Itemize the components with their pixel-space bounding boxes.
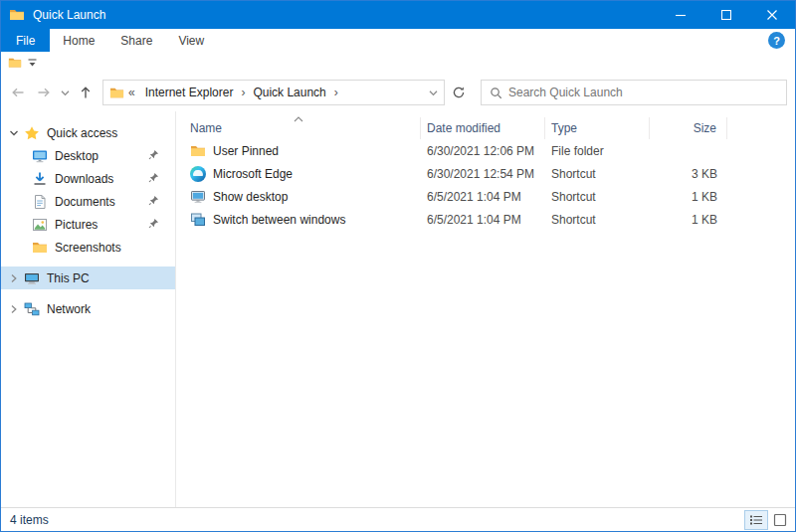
- chevron-right-icon[interactable]: [7, 272, 21, 284]
- folder-icon: [31, 240, 49, 256]
- breadcrumb-separator-icon[interactable]: ›: [239, 86, 247, 99]
- sidebar-item-this-pc[interactable]: This PC: [1, 266, 175, 289]
- sidebar-item-label: Quick access: [47, 126, 117, 140]
- recent-locations-button[interactable]: [57, 80, 73, 105]
- sidebar-item-quick-access[interactable]: Quick access: [1, 121, 175, 144]
- minimize-icon: [676, 10, 686, 20]
- column-header-name[interactable]: Name: [176, 117, 421, 139]
- chevron-right-icon[interactable]: [7, 303, 21, 315]
- explorer-window: Quick Launch File Home Share View ?: [0, 0, 796, 532]
- forward-button[interactable]: [31, 80, 57, 105]
- quick-access-toolbar: [1, 52, 795, 74]
- sidebar-item-pictures[interactable]: Pictures: [1, 213, 175, 236]
- switch-windows-icon: [190, 212, 206, 228]
- sidebar-item-label: Screenshots: [55, 241, 121, 255]
- download-icon: [31, 171, 49, 187]
- column-header-size[interactable]: Size: [650, 117, 727, 139]
- breadcrumb-item[interactable]: Internet Explorer: [139, 86, 240, 99]
- breadcrumb-item[interactable]: Quick Launch: [247, 86, 331, 99]
- edge-icon: [190, 166, 206, 182]
- window-title: Quick Launch: [33, 8, 105, 22]
- file-date: 6/5/2021 1:04 PM: [421, 190, 545, 204]
- sidebar-item-label: Desktop: [55, 149, 99, 163]
- file-name: Microsoft Edge: [213, 167, 293, 181]
- up-button[interactable]: [73, 80, 99, 105]
- folder-icon[interactable]: [8, 56, 22, 70]
- window-controls: [658, 1, 795, 29]
- file-name-cell: User Pinned: [176, 143, 421, 159]
- breadcrumb-separator-icon[interactable]: ›: [332, 86, 340, 99]
- breadcrumb-overflow-chevron[interactable]: «: [124, 86, 139, 99]
- back-icon: [10, 85, 26, 100]
- file-size: 1 KB: [650, 190, 727, 204]
- items-count: 4 items: [10, 513, 49, 527]
- maximize-button[interactable]: [703, 1, 749, 29]
- content-area: Quick access Desktop Downloads: [1, 111, 795, 507]
- chevron-down-icon: [428, 88, 439, 98]
- pin-icon: [148, 149, 159, 163]
- tab-view[interactable]: View: [165, 29, 217, 52]
- titlebar: Quick Launch: [1, 1, 795, 29]
- qat-customize-icon[interactable]: [27, 58, 38, 69]
- column-label: Date modified: [427, 121, 500, 135]
- forward-icon: [36, 85, 52, 100]
- tab-share[interactable]: Share: [107, 29, 165, 52]
- address-history-button[interactable]: [422, 81, 444, 104]
- file-name-cell: Switch between windows: [176, 212, 421, 228]
- sidebar-item-desktop[interactable]: Desktop: [1, 144, 175, 167]
- status-bar: 4 items: [1, 507, 795, 531]
- column-label: Type: [551, 121, 577, 135]
- star-icon: [23, 125, 41, 141]
- file-date: 6/30/2021 12:06 PM: [421, 144, 545, 158]
- close-button[interactable]: [749, 1, 795, 29]
- column-label: Name: [190, 121, 222, 135]
- file-type: File folder: [545, 144, 650, 158]
- file-date: 6/30/2021 12:54 PM: [421, 167, 545, 181]
- large-icons-view-button[interactable]: [768, 510, 792, 530]
- file-row-user-pinned[interactable]: User Pinned 6/30/2021 12:06 PM File fold…: [176, 139, 795, 162]
- help-icon[interactable]: ?: [768, 32, 785, 49]
- file-name-cell: Show desktop: [176, 189, 421, 205]
- file-row-microsoft-edge[interactable]: Microsoft Edge 6/30/2021 12:54 PM Shortc…: [176, 162, 795, 185]
- back-button[interactable]: [5, 80, 31, 105]
- desktop-icon: [31, 148, 49, 164]
- column-header-type[interactable]: Type: [545, 117, 650, 139]
- sidebar-item-label: Downloads: [55, 172, 113, 186]
- sidebar-group-gap: [1, 289, 175, 297]
- sidebar-item-label: Documents: [55, 195, 115, 209]
- sidebar-item-documents[interactable]: Documents: [1, 190, 175, 213]
- tab-home[interactable]: Home: [50, 29, 107, 52]
- refresh-icon: [452, 86, 466, 99]
- folder-icon: [109, 86, 124, 100]
- sidebar-item-downloads[interactable]: Downloads: [1, 167, 175, 190]
- file-size: 1 KB: [650, 213, 727, 227]
- minimize-button[interactable]: [658, 1, 703, 29]
- file-list-area: Name Date modified Type Size: [176, 111, 795, 507]
- pin-icon: [148, 172, 159, 186]
- sidebar-item-network[interactable]: Network: [1, 297, 175, 320]
- tab-file[interactable]: File: [1, 29, 50, 52]
- search-input[interactable]: [508, 81, 786, 104]
- file-row-show-desktop[interactable]: Show desktop 6/5/2021 1:04 PM Shortcut 1…: [176, 185, 795, 208]
- file-type: Shortcut: [545, 167, 650, 181]
- sort-ascending-icon: [294, 116, 303, 122]
- address-bar[interactable]: « Internet Explorer › Quick Launch ›: [102, 80, 445, 105]
- file-name-cell: Microsoft Edge: [176, 166, 421, 182]
- pictures-icon: [31, 217, 49, 233]
- show-desktop-icon: [190, 189, 206, 205]
- refresh-button[interactable]: [445, 80, 473, 105]
- column-label: Size: [694, 121, 716, 135]
- chevron-down-icon[interactable]: [7, 127, 21, 139]
- large-icons-view-icon: [773, 514, 787, 526]
- sidebar-item-screenshots[interactable]: Screenshots: [1, 236, 175, 259]
- details-view-button[interactable]: [744, 510, 768, 530]
- file-type: Shortcut: [545, 213, 650, 227]
- file-rows: User Pinned 6/30/2021 12:06 PM File fold…: [176, 139, 795, 507]
- folder-icon: [190, 143, 206, 159]
- document-icon: [31, 194, 49, 210]
- close-icon: [767, 10, 777, 20]
- file-row-switch-between-windows[interactable]: Switch between windows 6/5/2021 1:04 PM …: [176, 208, 795, 231]
- network-icon: [23, 301, 41, 317]
- column-header-date-modified[interactable]: Date modified: [421, 117, 545, 139]
- file-size: 3 KB: [650, 167, 727, 181]
